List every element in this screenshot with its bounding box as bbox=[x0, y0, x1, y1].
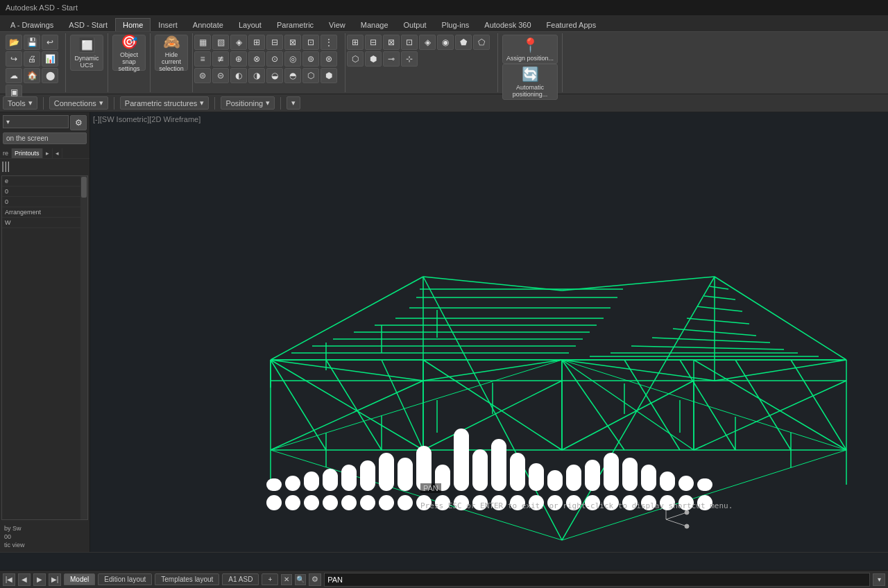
sidebar-settings-btn[interactable]: ⚙ bbox=[70, 115, 87, 130]
misc-btn-6[interactable]: ⊠ bbox=[284, 35, 301, 50]
zoom-tab-btn[interactable]: 🔍 bbox=[295, 574, 306, 585]
misc-btn-15[interactable]: ⊚ bbox=[302, 51, 319, 67]
misc-btn-7[interactable]: ⊡ bbox=[302, 35, 319, 50]
tab-annotate[interactable]: Annotate bbox=[185, 18, 231, 31]
misc-btn-13[interactable]: ⊙ bbox=[266, 51, 283, 67]
bar-rect-0 bbox=[266, 478, 282, 491]
misc-btn-8[interactable]: ⋮ bbox=[321, 35, 337, 50]
tools-dropdown[interactable]: Tools ▾ bbox=[3, 96, 37, 110]
sidebar-tab-printouts[interactable]: Printouts bbox=[12, 148, 43, 158]
assign-position-btn[interactable]: 📍 Assign position... bbox=[502, 35, 558, 64]
layout-tab-edition[interactable]: Edition layout bbox=[98, 573, 152, 585]
sidebar-expand-icon[interactable]: ||| bbox=[1, 160, 10, 173]
bar-col-4 bbox=[341, 465, 357, 510]
misc-btn-1[interactable]: ▦ bbox=[194, 35, 211, 50]
cloud-btn[interactable]: ☁ bbox=[6, 68, 22, 83]
viewport[interactable]: [-][SW Isometric][2D Wireframe] bbox=[90, 112, 888, 552]
nav-arrow-next-next[interactable]: ▶| bbox=[49, 573, 61, 586]
close-tab-btn[interactable]: ✕ bbox=[281, 574, 292, 585]
cmd-icon[interactable]: ⚙ bbox=[309, 573, 321, 586]
misc2-btn-6[interactable]: ◉ bbox=[437, 35, 454, 50]
sidebar-scrollbox[interactable]: e 0 0 Arrangement W bbox=[1, 175, 88, 520]
command-input[interactable] bbox=[324, 573, 870, 587]
extra-dropdown[interactable]: ▾ bbox=[287, 96, 300, 110]
tab-autodesk360[interactable]: Autodesk 360 bbox=[477, 18, 538, 31]
plot-btn[interactable]: 📊 bbox=[42, 51, 58, 67]
layout-tab-model[interactable]: Model bbox=[64, 573, 95, 585]
misc-btn-14[interactable]: ◎ bbox=[284, 51, 301, 67]
misc-btn-12[interactable]: ⊗ bbox=[248, 51, 265, 67]
nav-arrow-prev-prev[interactable]: |◀ bbox=[3, 573, 15, 586]
cmd-dropdown[interactable]: ▾ bbox=[873, 573, 885, 586]
misc2-btn-9[interactable]: ⬡ bbox=[347, 51, 364, 67]
hide-current-btn[interactable]: 🙈 Hide current selection bbox=[155, 35, 188, 71]
misc-btn-18[interactable]: ⊝ bbox=[212, 68, 229, 83]
tab-output[interactable]: Output bbox=[396, 18, 434, 31]
home-btn[interactable]: 🏠 bbox=[24, 68, 40, 83]
connections-dropdown[interactable]: Connections ▾ bbox=[49, 96, 108, 110]
misc-btn-5[interactable]: ⊟ bbox=[266, 35, 283, 50]
misc2-btn-4[interactable]: ⊡ bbox=[401, 35, 418, 50]
tab-insert[interactable]: Insert bbox=[151, 18, 185, 31]
misc-btn-23[interactable]: ⬡ bbox=[302, 68, 319, 83]
tab-layout[interactable]: Layout bbox=[231, 18, 269, 31]
auto-position-btn[interactable]: 🔄 Automatic positioning... bbox=[502, 64, 558, 100]
sidebar-tab-re[interactable]: re bbox=[0, 148, 12, 158]
tab-featured-apps[interactable]: Featured Apps bbox=[539, 18, 604, 31]
misc2-btn-1[interactable]: ⊞ bbox=[347, 35, 364, 50]
tab-drawings[interactable]: A - Drawings bbox=[3, 18, 61, 31]
bar-rect-14 bbox=[529, 463, 544, 491]
tab-manage[interactable]: Manage bbox=[353, 18, 396, 31]
misc2-btn-3[interactable]: ⊠ bbox=[383, 35, 400, 50]
sidebar-tab-next[interactable]: ▸ bbox=[43, 148, 53, 158]
misc-btn-9[interactable]: ≡ bbox=[194, 51, 211, 67]
scrollbar-thumb[interactable] bbox=[81, 177, 87, 198]
misc-btn-22[interactable]: ◓ bbox=[284, 68, 301, 83]
sidebar-tab-prev[interactable]: ◂ bbox=[53, 148, 62, 158]
tab-parametric[interactable]: Parametric bbox=[269, 18, 321, 31]
misc2-btn-2[interactable]: ⊟ bbox=[365, 35, 382, 50]
object-snap-btn[interactable]: 🎯 Object snap settings bbox=[112, 35, 146, 71]
open-btn[interactable]: 📂 bbox=[6, 35, 22, 50]
misc2-btn-5[interactable]: ◈ bbox=[419, 35, 436, 50]
tab-plugins[interactable]: Plug-ins bbox=[434, 18, 477, 31]
misc-btn-16[interactable]: ⊛ bbox=[321, 51, 337, 67]
layout-tab-add[interactable]: + bbox=[262, 573, 278, 585]
misc2-btn-7[interactable]: ⬟ bbox=[455, 35, 472, 50]
misc-btn-10[interactable]: ≢ bbox=[212, 51, 229, 67]
dynamic-ucs-btn[interactable]: 🔲 Dynamic UCS bbox=[70, 35, 103, 71]
nav-arrow-prev[interactable]: ◀ bbox=[18, 573, 31, 586]
misc-btn-3[interactable]: ◈ bbox=[230, 35, 247, 50]
scrollbar-vertical[interactable] bbox=[80, 176, 87, 519]
misc2-btn-10[interactable]: ⬢ bbox=[365, 51, 382, 67]
circle-btn[interactable]: ⬤ bbox=[42, 68, 58, 83]
parametric-dropdown[interactable]: Parametric structures ▾ bbox=[120, 96, 210, 110]
positioning-dropdown[interactable]: Positioning ▾ bbox=[221, 96, 275, 110]
tab-view[interactable]: View bbox=[321, 18, 353, 31]
misc2-btn-11[interactable]: ⊸ bbox=[383, 51, 400, 67]
misc-btn-4[interactable]: ⊞ bbox=[248, 35, 265, 50]
list-item-arrangement: Arrangement bbox=[2, 207, 87, 218]
misc-btn-20[interactable]: ◑ bbox=[248, 68, 265, 83]
tab-asd-start[interactable]: ASD - Start bbox=[61, 18, 115, 31]
print-btn[interactable]: 🖨 bbox=[24, 51, 40, 67]
misc-btn-24[interactable]: ⬢ bbox=[321, 68, 337, 83]
undo-btn[interactable]: ↩ bbox=[42, 35, 58, 50]
layout-tab-templates[interactable]: Templates layout bbox=[155, 573, 219, 585]
misc-btn-2[interactable]: ▧ bbox=[212, 35, 229, 50]
bar-rect-1 bbox=[285, 476, 300, 491]
misc2-btn-8[interactable]: ⬠ bbox=[473, 35, 490, 50]
save-btn[interactable]: 💾 bbox=[24, 35, 40, 50]
misc-btn-17[interactable]: ⊜ bbox=[194, 68, 211, 83]
bar-rect-13 bbox=[510, 453, 525, 491]
misc-btn-19[interactable]: ◐ bbox=[230, 68, 247, 83]
misc-btn-21[interactable]: ◒ bbox=[266, 68, 283, 83]
on-screen-btn[interactable]: on the screen bbox=[3, 132, 87, 144]
layout-tab-a1asd[interactable]: A1 ASD bbox=[222, 573, 259, 585]
misc2-btn-12[interactable]: ⊹ bbox=[401, 51, 418, 67]
misc-btn-11[interactable]: ⊕ bbox=[230, 51, 247, 67]
nav-arrow-next[interactable]: ▶ bbox=[33, 573, 46, 586]
tab-home[interactable]: Home bbox=[115, 18, 151, 31]
sidebar-top-dropdown[interactable]: ▾ bbox=[3, 115, 69, 128]
redo-btn[interactable]: ↪ bbox=[6, 51, 22, 67]
